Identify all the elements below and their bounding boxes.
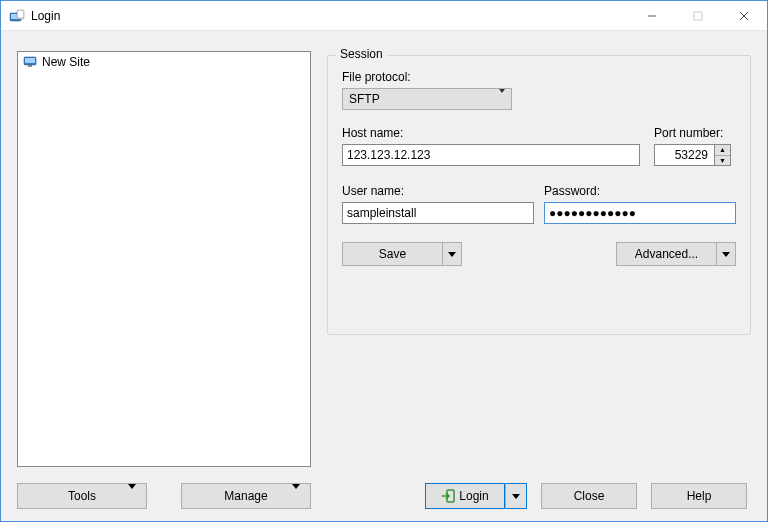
- port-number-input[interactable]: ▲ ▼: [654, 144, 736, 166]
- sites-panel[interactable]: New Site: [17, 51, 311, 467]
- port-number-label: Port number:: [654, 126, 723, 140]
- titlebar: Login: [1, 1, 767, 31]
- file-protocol-select[interactable]: SFTP: [342, 88, 512, 110]
- manage-button[interactable]: Manage: [181, 483, 311, 509]
- help-button[interactable]: Help: [651, 483, 747, 509]
- chevron-down-icon: [512, 494, 520, 499]
- login-split-button: Login: [425, 483, 527, 509]
- password-label: Password:: [544, 184, 600, 198]
- chevron-down-icon: [448, 252, 456, 257]
- port-spin-down[interactable]: ▼: [715, 156, 730, 166]
- port-number-field[interactable]: [654, 144, 714, 166]
- session-group: Session File protocol: SFTP Host name: P…: [327, 55, 751, 335]
- svg-rect-10: [28, 65, 32, 67]
- login-dialog-window: Login New Site: [0, 0, 768, 522]
- tools-button-label: Tools: [68, 489, 96, 503]
- svg-rect-9: [25, 58, 35, 63]
- svg-rect-3: [18, 11, 23, 17]
- bottom-button-row: Tools Manage Login: [17, 483, 751, 509]
- chevron-down-icon: [722, 252, 730, 257]
- chevron-down-icon: [499, 93, 505, 107]
- monitor-icon: [22, 54, 38, 70]
- tools-button[interactable]: Tools: [17, 483, 147, 509]
- login-dropdown-button[interactable]: [505, 483, 527, 509]
- minimize-button[interactable]: [629, 1, 675, 31]
- window-title: Login: [31, 9, 60, 23]
- close-button-label: Close: [574, 489, 605, 503]
- maximize-button[interactable]: [675, 1, 721, 31]
- login-icon: [441, 489, 455, 503]
- host-name-input[interactable]: [342, 144, 640, 166]
- save-button-label: Save: [379, 247, 406, 261]
- advanced-button-label: Advanced...: [635, 247, 698, 261]
- file-protocol-label: File protocol:: [342, 70, 411, 84]
- save-button[interactable]: Save: [342, 242, 442, 266]
- manage-button-label: Manage: [224, 489, 267, 503]
- advanced-dropdown-button[interactable]: [716, 242, 736, 266]
- svg-rect-5: [694, 12, 702, 20]
- file-protocol-value: SFTP: [349, 92, 380, 106]
- app-icon: [9, 8, 25, 24]
- session-legend: Session: [336, 47, 387, 61]
- dialog-content: New Site Session File protocol: SFTP Hos…: [1, 31, 767, 521]
- site-item-label: New Site: [42, 55, 90, 69]
- close-button[interactable]: Close: [541, 483, 637, 509]
- port-spin-up[interactable]: ▲: [715, 145, 730, 156]
- chevron-down-icon: [292, 489, 300, 503]
- help-button-label: Help: [687, 489, 712, 503]
- site-item-new-site[interactable]: New Site: [18, 52, 310, 72]
- host-name-label: Host name:: [342, 126, 403, 140]
- advanced-button[interactable]: Advanced...: [616, 242, 716, 266]
- login-button-label: Login: [459, 489, 488, 503]
- close-window-button[interactable]: [721, 1, 767, 31]
- save-dropdown-button[interactable]: [442, 242, 462, 266]
- chevron-down-icon: [128, 489, 136, 503]
- user-name-input[interactable]: [342, 202, 534, 224]
- user-name-label: User name:: [342, 184, 404, 198]
- login-button[interactable]: Login: [425, 483, 505, 509]
- password-input[interactable]: [544, 202, 736, 224]
